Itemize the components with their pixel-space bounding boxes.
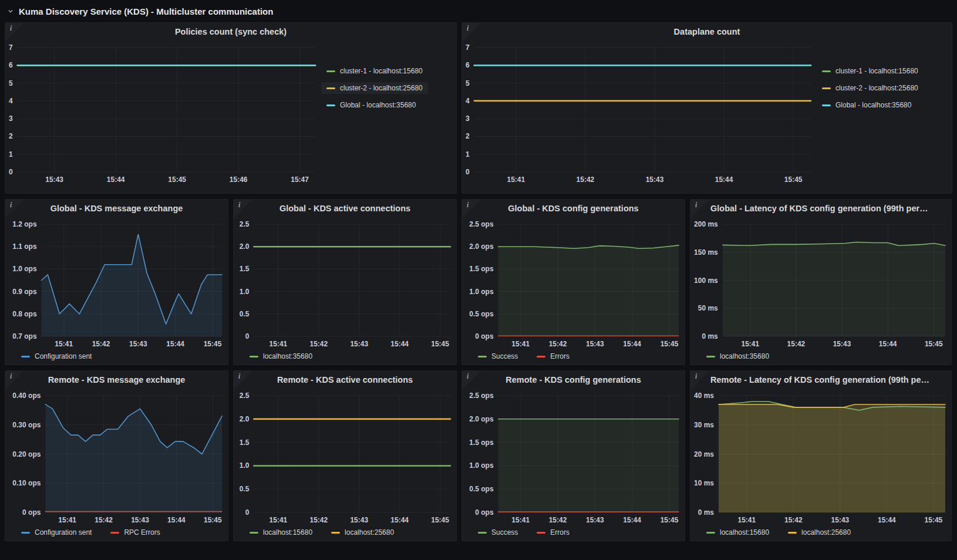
chevron-down-icon	[7, 8, 14, 15]
info-icon: i	[467, 372, 469, 381]
legend: cluster-1 - localhost:15680cluster-2 - l…	[817, 41, 952, 185]
chart-remote-message-exchange[interactable]: 0 ops0.10 ops0.20 ops0.30 ops0.40 ops15:…	[5, 389, 228, 525]
legend-label: cluster-1 - localhost:15680	[340, 67, 423, 75]
legend-swatch	[21, 356, 30, 357]
y-tick-label: 1.5	[240, 265, 250, 273]
legend-swatch	[478, 356, 487, 357]
chart-global-active-connections[interactable]: 00.51.01.52.02.515:4115:4215:4315:4415:4…	[234, 217, 456, 349]
legend-item[interactable]: cluster-2 - localhost:25680	[817, 82, 924, 94]
legend-item[interactable]: cluster-1 - localhost:15680	[817, 65, 924, 77]
series-fill	[498, 419, 679, 512]
x-tick-label: 15:43	[586, 340, 604, 348]
chart-remote-active-connections[interactable]: 00.51.01.52.02.515:4115:4215:4315:4415:4…	[234, 389, 456, 525]
y-tick-label: 0.10 ops	[12, 479, 41, 487]
x-tick-label: 15:43	[833, 340, 851, 348]
panel-title[interactable]: Global - KDS message exchange	[5, 200, 228, 217]
legend-item[interactable]: Errors	[531, 527, 575, 538]
x-tick-label: 15:45	[661, 516, 679, 524]
panel-dataplane-count: i Dataplane count 0123456715:4115:4215:4…	[461, 22, 952, 194]
legend-item[interactable]: Configuration sent	[16, 350, 97, 362]
chart-policies-count[interactable]: 0123456715:4315:4415:4515:4615:47	[5, 41, 321, 185]
legend: SuccessErrors	[462, 349, 685, 365]
panel-title[interactable]: Remote - KDS message exchange	[5, 371, 228, 389]
chart-global-message-exchange[interactable]: 0.7 ops0.8 ops0.9 ops1.0 ops1.1 ops1.2 o…	[5, 217, 228, 349]
panel-info-corner[interactable]: i	[5, 371, 24, 390]
series-fill	[498, 245, 679, 336]
legend-item[interactable]: cluster-1 - localhost:15680	[321, 65, 428, 77]
legend-label: localhost:15680	[720, 528, 769, 537]
panel-title[interactable]: Global - KDS active connections	[234, 200, 456, 217]
y-tick-label: 1	[466, 150, 470, 158]
y-tick-label: 7	[466, 43, 470, 52]
panel-info-corner[interactable]: i	[5, 200, 24, 218]
legend-item[interactable]: localhost:35680	[244, 350, 318, 362]
y-tick-label: 100 ms	[694, 276, 718, 285]
legend-item[interactable]: Success	[473, 350, 523, 362]
legend-item[interactable]: localhost:35680	[701, 350, 774, 362]
legend: cluster-1 - localhost:15680cluster-2 - l…	[321, 41, 456, 185]
y-tick-label: 1.2 ops	[12, 220, 37, 228]
chart-global-config-generations[interactable]: 0 ops0.5 ops1.0 ops1.5 ops2.0 ops2.5 ops…	[462, 217, 685, 349]
chart-dataplane-count[interactable]: 0123456715:4115:4215:4315:4415:45	[462, 41, 817, 185]
x-tick-label: 15:42	[787, 340, 806, 348]
x-tick-label: 15:42	[92, 340, 110, 348]
panel-title[interactable]: Remote - Latency of KDS config generatio…	[690, 371, 951, 389]
panel-info-corner[interactable]: i	[462, 23, 481, 42]
y-tick-label: 2.5 ops	[469, 220, 494, 228]
legend-item[interactable]: Global - localhost:35680	[321, 99, 421, 111]
legend-label: localhost:35680	[263, 352, 312, 360]
y-tick-label: 4	[466, 97, 470, 105]
legend-item[interactable]: localhost:15680	[244, 527, 318, 538]
legend-item[interactable]: Errors	[531, 350, 575, 362]
panel-info-corner[interactable]: i	[462, 200, 481, 218]
panel-title[interactable]: Remote - KDS active connections	[234, 371, 456, 389]
x-tick-label: 15:45	[784, 176, 803, 184]
x-tick-label: 15:45	[925, 516, 943, 524]
panel-info-corner[interactable]: i	[234, 200, 252, 218]
y-tick-label: 0 ms	[698, 508, 715, 517]
dashboard-row-header[interactable]: Kuma Discovery Service (KDS) - Multiclus…	[0, 0, 957, 22]
panel-title[interactable]: Policies count (sync check)	[5, 23, 456, 41]
y-tick-label: 1.0 ops	[12, 265, 37, 273]
chart-remote-latency[interactable]: 0 ms10 ms20 ms30 ms40 ms15:4115:4215:431…	[690, 389, 951, 525]
legend-item[interactable]: cluster-2 - localhost:25680	[321, 82, 428, 94]
x-tick-label: 15:44	[167, 516, 186, 524]
legend-item[interactable]: Configuration sent	[16, 527, 97, 538]
y-tick-label: 6	[466, 61, 470, 69]
legend-swatch	[110, 532, 119, 534]
panel-info-corner[interactable]: i	[5, 23, 24, 42]
legend-item[interactable]: Global - localhost:35680	[817, 99, 916, 111]
x-tick-label: 15:47	[291, 176, 309, 184]
x-tick-label: 15:42	[577, 176, 595, 184]
panel-info-corner[interactable]: i	[234, 371, 252, 390]
y-tick-label: 2.5	[240, 392, 250, 400]
legend-item[interactable]: Success	[473, 527, 523, 538]
panel-title[interactable]: Global - Latency of KDS config generatio…	[690, 200, 951, 217]
panel-global-latency: i Global - Latency of KDS config generat…	[690, 199, 952, 365]
legend-swatch	[326, 87, 335, 89]
y-tick-label: 0.5	[240, 310, 250, 318]
y-tick-label: 0.20 ops	[12, 450, 41, 458]
panel-info-corner[interactable]: i	[690, 371, 709, 390]
panel-info-corner[interactable]: i	[690, 200, 709, 218]
legend-label: cluster-2 - localhost:25680	[340, 84, 423, 92]
legend-label: Errors	[550, 528, 570, 537]
panel-title[interactable]: Global - KDS config generations	[462, 200, 685, 217]
legend-item[interactable]: localhost:15680	[701, 527, 774, 538]
info-icon: i	[10, 24, 12, 33]
legend-swatch	[822, 87, 831, 89]
y-tick-label: 0.5 ops	[469, 310, 494, 318]
legend: Configuration sent	[5, 349, 228, 365]
legend-item[interactable]: localhost:25680	[326, 527, 399, 538]
panel-global-active-connections: i Global - KDS active connections 00.51.…	[233, 199, 457, 365]
panel-info-corner[interactable]: i	[462, 371, 481, 390]
panel-title[interactable]: Dataplane count	[462, 23, 952, 41]
panel-title[interactable]: Remote - KDS config generations	[462, 371, 685, 389]
legend-item[interactable]: localhost:25680	[783, 527, 856, 538]
x-tick-label: 15:44	[390, 516, 409, 524]
panel-grid: i Policies count (sync check) 0123456715…	[0, 22, 957, 541]
chart-global-latency[interactable]: 0 ms50 ms100 ms150 ms200 ms15:4115:4215:…	[690, 217, 951, 349]
chart-remote-config-generations[interactable]: 0 ops0.5 ops1.0 ops1.5 ops2.0 ops2.5 ops…	[462, 389, 685, 525]
legend-item[interactable]: RPC Errors	[105, 527, 165, 538]
legend-swatch	[537, 532, 545, 534]
